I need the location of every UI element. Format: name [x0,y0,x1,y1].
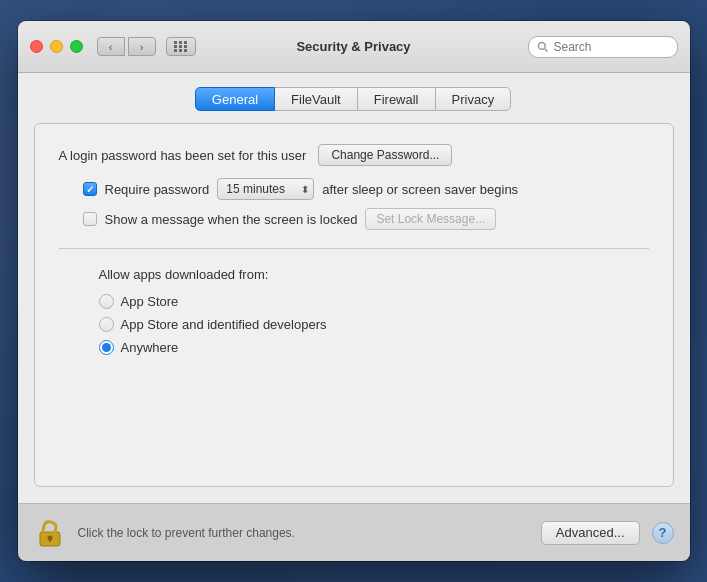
forward-button[interactable]: › [128,37,156,56]
radio-anywhere[interactable]: Anywhere [99,340,649,355]
svg-line-1 [544,48,547,51]
search-input[interactable] [554,40,669,54]
main-panel: A login password has been set for this u… [34,123,674,487]
allow-apps-section: Allow apps downloaded from: App Store Ap… [59,267,649,363]
grid-button[interactable] [166,37,196,56]
maximize-button[interactable] [70,40,83,53]
minimize-button[interactable] [50,40,63,53]
close-button[interactable] [30,40,43,53]
radio-app-store-identified-label: App Store and identified developers [121,317,327,332]
require-password-suffix: after sleep or screen saver begins [322,182,518,197]
radio-anywhere-label: Anywhere [121,340,179,355]
back-button[interactable]: ‹ [97,37,125,56]
search-box[interactable] [528,36,678,58]
require-password-checkbox[interactable] [83,182,97,196]
window-title: Security & Privacy [296,39,410,54]
search-icon [537,41,549,53]
tabs-bar: General FileVault Firewall Privacy [18,73,690,123]
lock-status-text: Click the lock to prevent further change… [78,526,529,540]
svg-point-0 [538,42,545,49]
show-message-checkbox[interactable] [83,212,97,226]
nav-buttons: ‹ › [97,37,156,56]
radio-app-store[interactable]: App Store [99,294,649,309]
divider [59,248,649,249]
tab-privacy[interactable]: Privacy [435,87,512,111]
lock-icon[interactable] [34,517,66,549]
timeout-dropdown-wrapper: 15 minutes immediately 5 seconds 1 minut… [217,178,314,200]
password-row: A login password has been set for this u… [59,144,649,166]
tab-firewall[interactable]: Firewall [357,87,436,111]
tab-general[interactable]: General [195,87,275,111]
svg-rect-4 [49,538,51,542]
password-text: A login password has been set for this u… [59,148,307,163]
radio-app-store-label: App Store [121,294,179,309]
set-lock-message-button[interactable]: Set Lock Message... [365,208,496,230]
bottom-bar: Click the lock to prevent further change… [18,503,690,561]
require-password-label: Require password [105,182,210,197]
tab-filevault[interactable]: FileVault [274,87,358,111]
change-password-button[interactable]: Change Password... [318,144,452,166]
radio-app-store-identified-button[interactable] [99,317,114,332]
show-message-row: Show a message when the screen is locked… [59,208,649,230]
show-message-label: Show a message when the screen is locked [105,212,358,227]
radio-anywhere-indicator [102,343,111,352]
radio-app-store-identified[interactable]: App Store and identified developers [99,317,649,332]
radio-anywhere-button[interactable] [99,340,114,355]
radio-app-store-button[interactable] [99,294,114,309]
titlebar: ‹ › Security & Privacy [18,21,690,73]
help-button[interactable]: ? [652,522,674,544]
window: ‹ › Security & Privacy General FileVault… [18,21,690,561]
advanced-button[interactable]: Advanced... [541,521,640,545]
traffic-lights [30,40,83,53]
require-password-row: Require password 15 minutes immediately … [59,178,649,200]
allow-title: Allow apps downloaded from: [99,267,649,282]
content-area: General FileVault Firewall Privacy A log… [18,73,690,503]
timeout-dropdown[interactable]: 15 minutes immediately 5 seconds 1 minut… [217,178,314,200]
